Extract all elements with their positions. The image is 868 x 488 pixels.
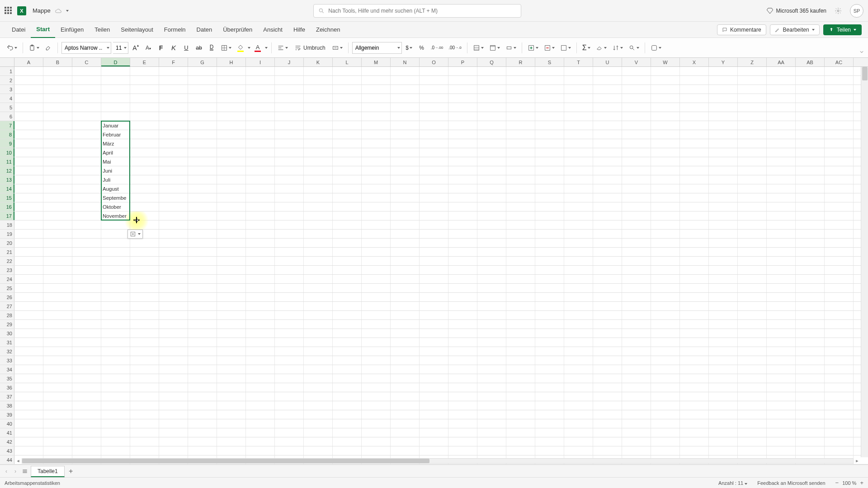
cell[interactable] xyxy=(391,320,420,328)
cell[interactable] xyxy=(622,85,651,94)
cell[interactable] xyxy=(796,428,825,437)
cell[interactable] xyxy=(275,410,304,419)
cell[interactable] xyxy=(304,293,333,301)
cell[interactable] xyxy=(304,67,333,75)
cell[interactable] xyxy=(72,85,101,94)
cell[interactable] xyxy=(506,365,535,374)
cell[interactable] xyxy=(564,103,593,112)
cell[interactable] xyxy=(333,320,362,328)
row-header[interactable]: 13 xyxy=(0,175,14,184)
cell[interactable] xyxy=(709,221,738,229)
cell[interactable] xyxy=(535,202,564,211)
cell[interactable] xyxy=(217,401,246,410)
sheet-prev-button[interactable]: ‹ xyxy=(3,468,10,475)
cell[interactable] xyxy=(304,266,333,274)
cell[interactable] xyxy=(622,76,651,84)
cell[interactable] xyxy=(709,184,738,193)
cell[interactable] xyxy=(275,139,304,148)
cell[interactable] xyxy=(130,293,159,301)
cell[interactable] xyxy=(43,257,72,265)
cell[interactable] xyxy=(448,202,477,211)
cell[interactable] xyxy=(275,383,304,392)
cell[interactable] xyxy=(767,320,796,328)
cell[interactable] xyxy=(506,392,535,401)
cell[interactable] xyxy=(535,392,564,401)
cell[interactable] xyxy=(72,419,101,428)
cell[interactable] xyxy=(825,221,854,229)
cell[interactable] xyxy=(43,103,72,112)
cell[interactable] xyxy=(159,85,188,94)
vertical-scrollbar[interactable] xyxy=(861,67,868,457)
search-input[interactable] xyxy=(328,8,516,14)
cell[interactable] xyxy=(709,139,738,148)
cell[interactable] xyxy=(333,329,362,338)
cell[interactable] xyxy=(535,266,564,274)
cell[interactable] xyxy=(391,103,420,112)
column-header[interactable]: Q xyxy=(477,58,506,66)
cell[interactable] xyxy=(680,221,709,229)
cell[interactable] xyxy=(825,401,854,410)
cell[interactable] xyxy=(622,428,651,437)
cell[interactable] xyxy=(391,193,420,202)
cell[interactable] xyxy=(217,257,246,265)
cell[interactable] xyxy=(680,320,709,328)
row-header[interactable]: 29 xyxy=(0,320,14,328)
cell[interactable] xyxy=(14,446,43,455)
cell[interactable] xyxy=(420,193,448,202)
cell[interactable] xyxy=(825,374,854,383)
cell[interactable] xyxy=(593,338,622,347)
cell[interactable] xyxy=(391,221,420,229)
row-header[interactable]: 27 xyxy=(0,302,14,310)
cell[interactable] xyxy=(362,184,391,193)
cell[interactable] xyxy=(101,76,130,84)
cell[interactable] xyxy=(709,121,738,130)
cell[interactable] xyxy=(651,383,680,392)
cell[interactable] xyxy=(506,211,535,220)
cell[interactable] xyxy=(246,193,275,202)
cell[interactable] xyxy=(188,85,217,94)
cell[interactable] xyxy=(622,320,651,328)
cell[interactable] xyxy=(217,175,246,184)
cell[interactable] xyxy=(188,428,217,437)
cell[interactable] xyxy=(130,347,159,356)
cell[interactable] xyxy=(796,284,825,292)
cell[interactable] xyxy=(506,302,535,310)
cell[interactable] xyxy=(101,356,130,365)
cell[interactable] xyxy=(43,302,72,310)
cell[interactable] xyxy=(680,356,709,365)
cell[interactable] xyxy=(72,193,101,202)
cell[interactable] xyxy=(391,148,420,157)
row-header[interactable]: 23 xyxy=(0,266,14,274)
cell[interactable] xyxy=(14,139,43,148)
cell[interactable] xyxy=(564,157,593,166)
cell[interactable] xyxy=(362,275,391,283)
cell[interactable] xyxy=(825,239,854,247)
cell[interactable] xyxy=(448,329,477,338)
cell[interactable] xyxy=(159,130,188,139)
cell[interactable] xyxy=(709,437,738,446)
font-name-input[interactable] xyxy=(61,42,111,54)
cell[interactable] xyxy=(420,94,448,103)
cell[interactable] xyxy=(825,320,854,328)
all-sheets-button[interactable] xyxy=(21,467,29,475)
cell[interactable] xyxy=(159,302,188,310)
cell[interactable] xyxy=(651,148,680,157)
cell[interactable]: Juli xyxy=(101,175,130,184)
cell[interactable] xyxy=(101,311,130,319)
format-painter-button[interactable] xyxy=(43,42,54,54)
cell[interactable] xyxy=(188,311,217,319)
cell[interactable] xyxy=(217,193,246,202)
cell[interactable] xyxy=(477,284,506,292)
cell[interactable] xyxy=(825,446,854,455)
cell[interactable] xyxy=(738,230,767,238)
cell[interactable] xyxy=(188,374,217,383)
cell[interactable] xyxy=(14,193,43,202)
cell[interactable] xyxy=(593,175,622,184)
format-as-table-button[interactable] xyxy=(487,42,502,54)
cell[interactable] xyxy=(535,184,564,193)
cell[interactable] xyxy=(593,410,622,419)
cell[interactable] xyxy=(159,221,188,229)
cell[interactable] xyxy=(14,175,43,184)
cell[interactable] xyxy=(767,284,796,292)
cell[interactable] xyxy=(43,383,72,392)
